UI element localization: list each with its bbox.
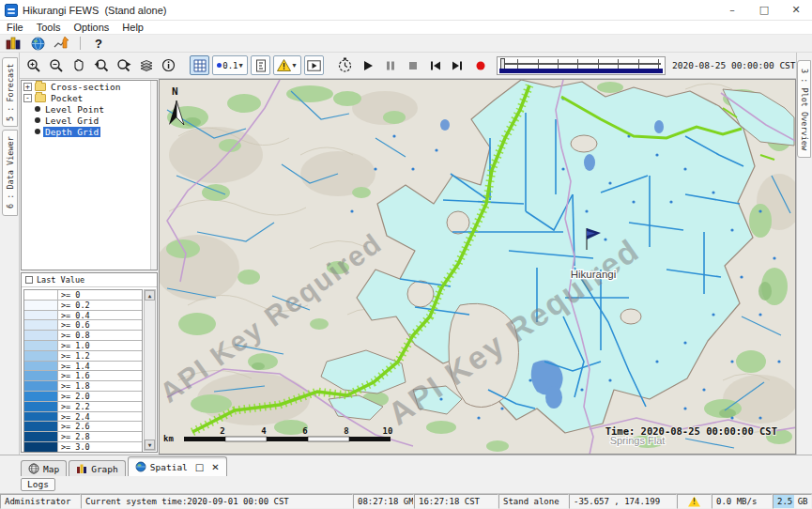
- legend-row[interactable]: >= 2.2: [24, 402, 142, 412]
- skip-start-button[interactable]: [425, 55, 445, 75]
- warning-dropdown[interactable]: ▼: [273, 55, 301, 75]
- legend-label: >= 1.0: [58, 341, 142, 350]
- legend-row[interactable]: >= 2.8: [24, 432, 142, 442]
- zoom-next-icon[interactable]: [114, 55, 133, 75]
- grid-button[interactable]: [190, 55, 209, 75]
- pan-icon[interactable]: [69, 55, 88, 75]
- menu-options[interactable]: Options: [67, 21, 115, 34]
- record-button[interactable]: [470, 55, 490, 75]
- info-icon[interactable]: [159, 55, 178, 75]
- legend-row[interactable]: >= 1.2: [24, 351, 142, 362]
- tab-data-viewer[interactable]: 6 : Data Viewer: [2, 130, 18, 216]
- tab-close-icon[interactable]: ✕: [211, 462, 219, 472]
- tab-plot-overview[interactable]: 3 : Plot Overview: [797, 60, 811, 158]
- zoom-previous-icon[interactable]: [91, 55, 111, 75]
- bullet-icon: [35, 106, 40, 112]
- legend-swatch: [24, 311, 58, 320]
- legend-row[interactable]: >= 1.4: [24, 362, 142, 372]
- legend-label: >= 1.4: [58, 362, 142, 371]
- tab-map[interactable]: Map: [21, 460, 67, 476]
- animation-settings-icon[interactable]: [335, 55, 355, 75]
- tab-label: Map: [43, 464, 59, 474]
- legend-row[interactable]: >= 0.8: [24, 331, 142, 341]
- minimize-button[interactable]: –: [716, 0, 748, 20]
- town-label: Hikurangi: [571, 269, 617, 280]
- help-button[interactable]: ?: [89, 36, 108, 52]
- folder-icon: [35, 94, 46, 102]
- pause-button[interactable]: [380, 55, 400, 75]
- tree-node-pocket[interactable]: - Pocket: [22, 92, 157, 103]
- status-mode: Stand alone: [498, 494, 569, 509]
- scroll-down-icon[interactable]: ▼: [145, 440, 155, 450]
- right-tab-strip: 3 : Plot Overview: [796, 53, 812, 455]
- menu-file[interactable]: File: [0, 21, 30, 34]
- svg-text:6: 6: [302, 426, 307, 436]
- last-value-checkbox[interactable]: [25, 276, 33, 284]
- legend-row[interactable]: >= 1.8: [24, 381, 142, 392]
- legend-scrollbar[interactable]: ▲ ▼: [144, 289, 156, 451]
- expander-icon[interactable]: -: [23, 94, 32, 102]
- logs-button[interactable]: Logs: [21, 478, 55, 491]
- status-network-speed: 0.0 MB/s: [712, 494, 773, 509]
- legend-swatch: [24, 392, 58, 401]
- graph-icon[interactable]: [53, 36, 71, 52]
- legend-row[interactable]: >= 0.4: [24, 311, 142, 321]
- legend-row[interactable]: >= 3.0: [24, 442, 142, 452]
- legend-row[interactable]: >= 1.6: [24, 371, 142, 381]
- legend-label: >= 3.0: [58, 442, 142, 452]
- legend-row[interactable]: >= 0: [24, 290, 142, 301]
- legend-row[interactable]: >= 2.0: [24, 392, 142, 402]
- toolbar-separator: [80, 37, 81, 50]
- open-display-button[interactable]: [304, 55, 324, 75]
- legend-row[interactable]: >= 2.6: [24, 422, 142, 432]
- tree-node-label: Pocket: [49, 93, 84, 103]
- tab-forecast[interactable]: 5 : Forecast: [2, 57, 18, 127]
- svg-text:8: 8: [344, 426, 348, 436]
- expander-icon[interactable]: +: [23, 83, 32, 91]
- label-button[interactable]: [251, 55, 270, 75]
- menu-tools[interactable]: Tools: [30, 21, 68, 34]
- maximize-button[interactable]: □: [748, 0, 780, 20]
- tab-maximize-icon[interactable]: □: [195, 462, 204, 472]
- legend-label: >= 1.2: [58, 351, 142, 361]
- legend-row[interactable]: >= 2.4: [24, 412, 142, 423]
- stop-button[interactable]: [403, 55, 422, 75]
- point-size-dropdown[interactable]: 0.1 ▼: [212, 55, 248, 75]
- legend-swatch: [24, 351, 58, 361]
- window-controls: – □ ✕: [716, 0, 812, 20]
- scroll-up-icon[interactable]: ▲: [145, 290, 155, 301]
- close-button[interactable]: ✕: [780, 0, 812, 20]
- tab-spatial[interactable]: Spatial □ ✕: [128, 456, 227, 476]
- legend-row[interactable]: >= 0.2: [24, 301, 142, 311]
- map-canvas[interactable]: API Key Required API Key Required Hikura…: [159, 79, 796, 455]
- legend-swatch: [24, 341, 58, 350]
- zoom-in-icon[interactable]: [23, 55, 43, 75]
- menu-help[interactable]: Help: [115, 21, 150, 34]
- timeline-range-bar: [499, 69, 663, 73]
- tree-scrollbar[interactable]: [150, 81, 157, 270]
- layers-icon[interactable]: [136, 55, 156, 75]
- tree-node-depth-grid[interactable]: Depth Grid: [33, 126, 157, 137]
- zoom-out-icon[interactable]: [46, 55, 66, 75]
- bottom-tab-bar: Map Graph Spatial □ ✕: [0, 455, 812, 476]
- window-title: Hikurangi FEWS (Stand alone): [23, 5, 166, 16]
- skip-end-button[interactable]: [448, 55, 467, 75]
- tree-node-cross-section[interactable]: + Cross-section: [22, 81, 157, 92]
- menu-bar: File Tools Options Help: [0, 21, 812, 35]
- play-button[interactable]: [358, 55, 377, 75]
- legend-row[interactable]: >= 1.0: [24, 341, 142, 351]
- timeline-tick: [517, 59, 518, 69]
- timeline-slider[interactable]: [497, 56, 666, 75]
- globe-icon[interactable]: [28, 36, 47, 52]
- tree-node-level-point[interactable]: Level Point: [33, 103, 157, 115]
- legend-swatch: [24, 290, 58, 300]
- svg-text:10: 10: [383, 426, 393, 436]
- tree-node-level-grid[interactable]: Level Grid: [33, 115, 157, 126]
- tab-graph[interactable]: Graph: [69, 460, 126, 476]
- svg-text:N: N: [172, 85, 178, 98]
- memory-label: 2.5 GB: [777, 497, 808, 506]
- tree-node-label: Level Point: [43, 104, 106, 115]
- legend-row[interactable]: >= 0.6: [24, 320, 142, 331]
- status-warning[interactable]: [677, 494, 712, 509]
- database-icon[interactable]: [4, 36, 23, 52]
